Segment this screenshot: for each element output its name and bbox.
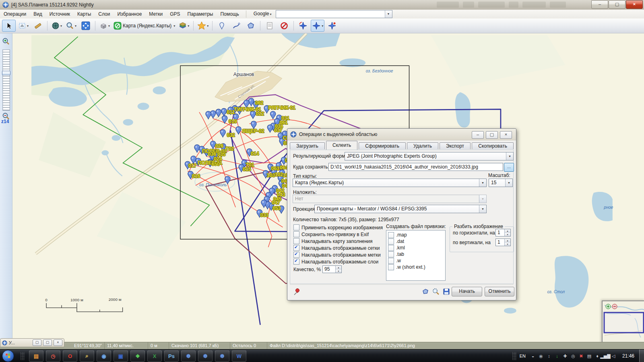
tab-Загрузить[interactable]: Загрузить bbox=[290, 142, 325, 149]
taskbar-sas-planet-1-icon[interactable]: ☸ bbox=[181, 350, 196, 362]
checkbox-icon[interactable] bbox=[388, 251, 394, 257]
menu-Слои[interactable]: Слои bbox=[95, 10, 114, 19]
map-source-button[interactable]: Карта (Яндекс.Карты) ▾ bbox=[112, 20, 176, 32]
tool-gps-search[interactable] bbox=[296, 20, 310, 32]
taskbar-notes-icon[interactable]: ▤ bbox=[29, 350, 43, 362]
spin-up-icon[interactable]: ▲ bbox=[505, 239, 510, 243]
georef-item[interactable]: .dat bbox=[388, 238, 444, 245]
checkbox-icon[interactable] bbox=[388, 264, 394, 270]
tray-app-6-icon[interactable]: ▤ bbox=[586, 352, 593, 360]
language-indicator[interactable]: EN bbox=[520, 354, 526, 358]
georef-item[interactable]: .tab bbox=[388, 251, 444, 257]
save-path-input[interactable]: D:\01_work\19_hakasia2015_2016\04_author… bbox=[328, 163, 503, 171]
tool-cursor[interactable] bbox=[2, 20, 16, 32]
taskbar-opera-icon[interactable]: O bbox=[63, 350, 77, 362]
tool-hide-marks[interactable] bbox=[277, 20, 291, 32]
minimize-button[interactable]: – bbox=[591, 0, 608, 9]
tray-red-x-icon[interactable]: ✖ bbox=[578, 352, 585, 360]
option-row[interactable]: Применить коррекцию изображения bbox=[293, 224, 383, 231]
spin-up-icon[interactable]: ▲ bbox=[505, 229, 510, 233]
tab-Удалить[interactable]: Удалить bbox=[407, 142, 438, 149]
scale-combobox[interactable]: 15▼ bbox=[489, 179, 513, 187]
save-settings-icon[interactable] bbox=[443, 288, 450, 295]
taskbar-excel-icon[interactable]: X bbox=[147, 350, 162, 362]
option-row[interactable]: Накладывать отображаемые слои bbox=[293, 258, 383, 265]
minimized-close-button[interactable]: × bbox=[54, 339, 62, 346]
checkbox-icon[interactable] bbox=[293, 252, 299, 258]
overview-extent-rect[interactable] bbox=[604, 313, 644, 333]
option-row[interactable]: Накладывать отображаемые сетки bbox=[293, 245, 383, 251]
tool-favorites[interactable]: ▾ bbox=[196, 20, 210, 32]
tool-globe[interactable]: ▾ bbox=[50, 20, 64, 32]
pin-icon[interactable] bbox=[293, 288, 300, 295]
chevron-down-icon[interactable]: ▼ bbox=[479, 179, 486, 187]
tab-Скопировать[interactable]: Скопировать bbox=[472, 142, 514, 149]
taskbar-map-search-icon[interactable]: ⌕ bbox=[80, 350, 94, 362]
checkbox-icon[interactable] bbox=[388, 258, 394, 264]
chevron-down-icon[interactable]: ▼ bbox=[505, 179, 512, 187]
checkbox-icon[interactable] bbox=[293, 231, 299, 237]
menu-Метки[interactable]: Метки bbox=[145, 10, 166, 19]
zoom-slider-handle[interactable] bbox=[2, 71, 10, 75]
google-search-box[interactable]: ▼ bbox=[276, 10, 392, 18]
checkbox-icon[interactable] bbox=[293, 224, 299, 230]
minimized-window[interactable]: У... ▢ ▢ × bbox=[0, 338, 64, 347]
tool-layers[interactable]: ▾ bbox=[177, 20, 191, 32]
tool-gps-connect[interactable]: ▾ bbox=[311, 20, 324, 32]
taskbar-save-tool-icon[interactable]: ▣ bbox=[114, 350, 128, 362]
taskbar-sas-planet-3-icon[interactable]: ☸ bbox=[215, 350, 229, 362]
taskbar-sas-planet-2-icon[interactable]: ☸ bbox=[198, 350, 213, 362]
zoom-slider[interactable] bbox=[2, 49, 10, 111]
split-h-spinner[interactable]: 1 ▲▼ bbox=[495, 229, 511, 237]
google-menu[interactable]: Google▾ bbox=[250, 10, 273, 19]
option-row[interactable]: Накладывать карту заполнения bbox=[293, 238, 383, 245]
quality-spinner[interactable]: 95 ▲▼ bbox=[322, 265, 342, 273]
start-button[interactable] bbox=[2, 350, 14, 362]
spin-up-icon[interactable]: ▲ bbox=[336, 266, 341, 269]
tool-placemark-list[interactable] bbox=[263, 20, 277, 32]
tray-app-4-icon[interactable]: ✚ bbox=[561, 352, 569, 360]
georef-item[interactable]: .w (short ext.) bbox=[388, 264, 444, 270]
menu-Параметры[interactable]: Параметры bbox=[184, 10, 217, 19]
search-dropdown-button[interactable]: ▼ bbox=[385, 10, 392, 18]
tray-green-arrow-icon[interactable]: ↓ bbox=[553, 352, 561, 360]
chevron-down-icon[interactable]: ▼ bbox=[479, 205, 486, 213]
dialog-close-button[interactable]: × bbox=[500, 131, 512, 139]
dialog-titlebar[interactable]: Операции с выделенной областью – ▢ × bbox=[287, 129, 516, 140]
tray-volume-icon[interactable]: ◁ bbox=[610, 352, 617, 360]
taskbar-photoshop-icon[interactable]: Ps bbox=[164, 350, 179, 362]
tray-app-5-icon[interactable]: ◎ bbox=[570, 352, 577, 360]
spin-down-icon[interactable]: ▼ bbox=[505, 243, 510, 246]
menu-Источник[interactable]: Источник bbox=[46, 10, 74, 19]
taskbar-clock-app-icon[interactable]: ◷ bbox=[46, 350, 60, 362]
zoom-in-icon[interactable] bbox=[2, 37, 10, 45]
tool-fullscreen[interactable] bbox=[79, 20, 93, 32]
menu-GPS[interactable]: GPS bbox=[166, 10, 184, 19]
menu-Вид[interactable]: Вид bbox=[30, 10, 46, 19]
taskbar-word-icon[interactable]: W bbox=[232, 350, 246, 362]
spin-down-icon[interactable]: ▼ bbox=[336, 269, 341, 273]
georef-item[interactable]: .w bbox=[388, 257, 444, 264]
tool-gps-track[interactable] bbox=[325, 20, 339, 32]
tray-app-1-icon[interactable]: ◒ bbox=[529, 352, 537, 360]
tab-Сформировать[interactable]: Сформировать bbox=[359, 142, 406, 149]
tool-download-tiles[interactable]: ▾ bbox=[98, 20, 111, 32]
checkbox-icon[interactable] bbox=[293, 238, 299, 244]
dialog-minimize-button[interactable]: – bbox=[472, 131, 484, 139]
menu-Избранное[interactable]: Избранное bbox=[114, 10, 145, 19]
menu-Карты[interactable]: Карты bbox=[74, 10, 95, 19]
option-row[interactable]: Накладывать отображаемые метки bbox=[293, 251, 383, 258]
taskbar-green-map-icon[interactable]: ❖ bbox=[130, 350, 145, 362]
start-button[interactable]: Начать bbox=[452, 287, 482, 296]
restore-button[interactable]: ▢ bbox=[609, 0, 625, 9]
google-search-input[interactable] bbox=[276, 10, 386, 18]
checkbox-icon[interactable] bbox=[293, 245, 299, 251]
georef-item[interactable]: .map bbox=[388, 232, 444, 238]
chevron-down-icon[interactable]: ▼ bbox=[506, 152, 513, 160]
menu-Помощь[interactable]: Помощь bbox=[217, 10, 242, 19]
tray-signal-icon[interactable]: ▂▅▇ bbox=[602, 352, 609, 360]
tray-app-3-icon[interactable]: ↕ bbox=[545, 352, 553, 360]
checkbox-icon[interactable] bbox=[293, 259, 299, 265]
dialog-maximize-button[interactable]: ▢ bbox=[486, 131, 498, 139]
checkbox-icon[interactable] bbox=[388, 245, 394, 251]
